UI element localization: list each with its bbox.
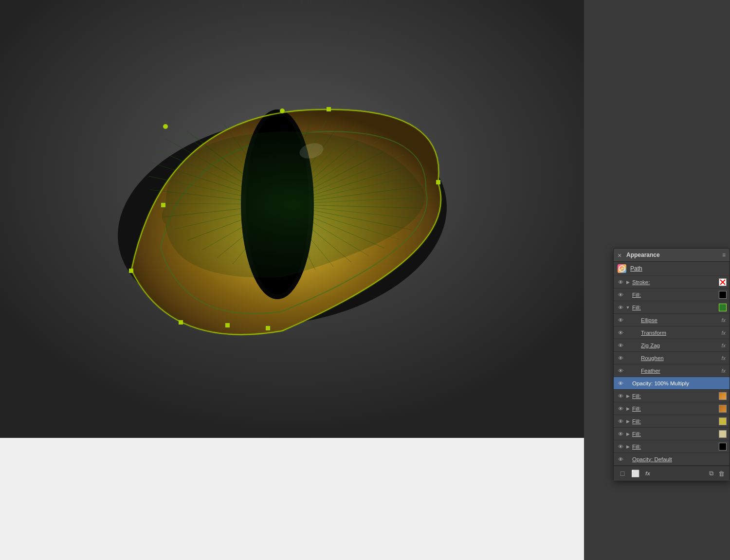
stroke-swatch[interactable] xyxy=(719,278,727,286)
handle-right xyxy=(436,180,440,184)
fill-tan-row: 👁 ▶ Fill: xyxy=(614,428,730,440)
feather-visibility[interactable]: 👁 xyxy=(617,367,624,375)
add-stroke-button[interactable]: ⬜ xyxy=(630,469,640,478)
fill-black2-visibility[interactable]: 👁 xyxy=(617,443,624,451)
fill-orange2-expand[interactable]: ▶ xyxy=(624,405,631,412)
fill-yellow-visibility[interactable]: 👁 xyxy=(617,417,624,425)
zigzag-fx[interactable]: fx xyxy=(720,343,727,348)
add-effect-button[interactable]: fx xyxy=(643,469,653,478)
eye-illustration xyxy=(0,0,584,438)
fill-orange2-label[interactable]: Fill: xyxy=(632,406,719,412)
feather-fx[interactable]: fx xyxy=(720,368,727,374)
ellipse-fx[interactable]: fx xyxy=(720,317,727,323)
path-type-icon xyxy=(618,264,626,273)
fill-black2-swatch[interactable] xyxy=(719,443,727,451)
zigzag-label[interactable]: Zig Zag xyxy=(641,343,720,348)
fill-black2-expand[interactable]: ▶ xyxy=(624,443,631,450)
svg-point-81 xyxy=(280,108,285,113)
handle-top xyxy=(327,107,331,111)
feather-label[interactable]: Feather xyxy=(641,368,720,374)
opacity-default-row: 👁 Opacity: Default xyxy=(614,453,730,466)
fill-orange1-visibility[interactable]: 👁 xyxy=(617,392,624,400)
fill-green-visibility[interactable]: 👁 xyxy=(617,304,624,311)
roughen-visibility[interactable]: 👁 xyxy=(617,354,624,362)
fill-yellow-label[interactable]: Fill: xyxy=(632,418,719,424)
fill-orange1-label[interactable]: Fill: xyxy=(632,393,719,399)
panel-close-button[interactable]: × xyxy=(618,252,623,258)
roughen-row: 👁 Roughen fx xyxy=(614,352,730,364)
svg-rect-76 xyxy=(266,326,270,330)
fill-yellow-swatch[interactable] xyxy=(719,417,727,425)
transform-row: 👁 Transform fx xyxy=(614,326,730,339)
fill-black-label[interactable]: Fill: xyxy=(632,292,719,298)
canvas-area: × Appearance ≡ Path 👁 ▶ Stroke: xyxy=(0,0,730,560)
fill-yellow-row: 👁 ▶ Fill: xyxy=(614,415,730,428)
fill-tan-expand[interactable]: ▶ xyxy=(624,431,631,437)
fill-tan-label[interactable]: Fill: xyxy=(632,431,719,437)
transform-label[interactable]: Transform xyxy=(641,330,720,336)
opacity-multiply-row[interactable]: 👁 Opacity: 100% Multiply xyxy=(614,377,730,390)
fill-orange2-swatch[interactable] xyxy=(719,405,727,413)
fill-yellow-expand[interactable]: ▶ xyxy=(624,418,631,425)
opacity-default-label[interactable]: Opacity: Default xyxy=(632,456,727,462)
svg-point-82 xyxy=(163,124,168,129)
svg-rect-77 xyxy=(225,323,230,327)
opacity-multiply-label: Opacity: 100% Multiply xyxy=(632,380,727,386)
fill-orange2-visibility[interactable]: 👁 xyxy=(617,405,624,413)
zigzag-visibility[interactable]: 👁 xyxy=(617,342,624,349)
svg-rect-80 xyxy=(161,203,165,207)
panel-header: × Appearance ≡ xyxy=(614,249,730,262)
stroke-row: 👁 ▶ Stroke: xyxy=(614,276,730,289)
panel-footer: □ ⬜ fx ⧉ 🗑 xyxy=(614,466,730,481)
fill-green-swatch[interactable] xyxy=(719,304,727,311)
opacity-multiply-visibility[interactable]: 👁 xyxy=(617,379,624,387)
fill-black-row: 👁 ▶ Fill: xyxy=(614,289,730,301)
fill-tan-visibility[interactable]: 👁 xyxy=(617,430,624,438)
fill-green-row: 👁 ▼ Fill: xyxy=(614,301,730,314)
transform-visibility[interactable]: 👁 xyxy=(617,329,624,337)
ellipse-row: 👁 Ellipse fx xyxy=(614,314,730,326)
panel-menu-icon[interactable]: ≡ xyxy=(722,252,726,258)
fill-black-swatch[interactable] xyxy=(719,291,727,299)
appearance-panel: × Appearance ≡ Path 👁 ▶ Stroke: xyxy=(613,248,730,481)
fill-orange1-swatch[interactable] xyxy=(719,392,727,400)
roughen-label[interactable]: Roughen xyxy=(641,355,720,361)
fill-green-label[interactable]: Fill: xyxy=(632,305,719,310)
canvas-white-area xyxy=(0,438,584,560)
transform-fx[interactable]: fx xyxy=(720,330,727,336)
ellipse-label[interactable]: Ellipse xyxy=(641,317,720,323)
copy-item-button[interactable]: ⧉ xyxy=(708,469,714,478)
fill-orange2-row: 👁 ▶ Fill: xyxy=(614,402,730,415)
fill-black-visibility[interactable]: 👁 xyxy=(617,291,624,299)
stroke-expand[interactable]: ▶ xyxy=(624,279,631,286)
opacity-default-visibility[interactable]: 👁 xyxy=(617,455,624,463)
roughen-fx[interactable]: fx xyxy=(720,355,727,361)
fill-black2-label[interactable]: Fill: xyxy=(632,444,719,450)
delete-item-button[interactable]: 🗑 xyxy=(717,469,726,478)
stroke-visibility-toggle[interactable]: 👁 xyxy=(617,278,624,286)
path-row: Path xyxy=(614,262,730,276)
zigzag-row: 👁 Zig Zag fx xyxy=(614,339,730,352)
fill-orange1-expand[interactable]: ▶ xyxy=(624,393,631,399)
add-new-fill-button[interactable]: □ xyxy=(618,469,627,478)
fill-green-expand[interactable]: ▼ xyxy=(624,304,631,311)
stroke-label[interactable]: Stroke: xyxy=(632,279,719,285)
fill-orange1-row: 👁 ▶ Fill: xyxy=(614,390,730,402)
fill-black2-row: 👁 ▶ Fill: xyxy=(614,440,730,453)
svg-rect-78 xyxy=(179,320,183,325)
panel-title: Appearance xyxy=(626,252,722,258)
feather-row: 👁 Feather fx xyxy=(614,364,730,377)
path-label[interactable]: Path xyxy=(630,265,642,272)
ellipse-visibility[interactable]: 👁 xyxy=(617,316,624,324)
fill-tan-swatch[interactable] xyxy=(719,430,727,438)
svg-rect-79 xyxy=(129,269,133,273)
